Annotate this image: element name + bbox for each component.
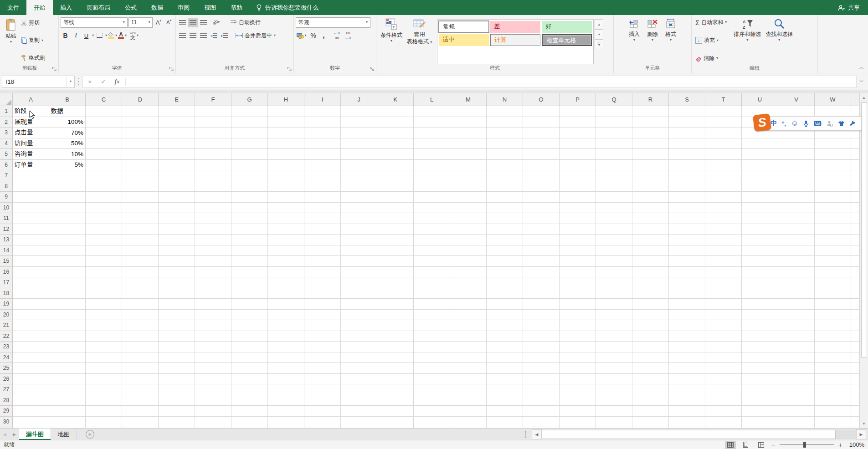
style-chip-neutral[interactable]: 适中 bbox=[439, 34, 489, 46]
cell-B28[interactable] bbox=[49, 395, 86, 406]
zoom-slider-thumb[interactable] bbox=[803, 442, 806, 448]
cell-T29[interactable] bbox=[705, 406, 742, 417]
cell-J11[interactable] bbox=[341, 213, 377, 224]
cell-C15[interactable] bbox=[86, 256, 122, 267]
style-chip-check[interactable]: 检查单元格 bbox=[542, 34, 592, 46]
sheet-nav-right-button[interactable]: ▶ bbox=[10, 429, 19, 440]
row-header-10[interactable]: 10 bbox=[0, 203, 13, 214]
cell-N26[interactable] bbox=[487, 374, 523, 385]
cell-E30[interactable] bbox=[159, 417, 195, 428]
cell-S20[interactable] bbox=[669, 310, 705, 321]
select-all-corner[interactable] bbox=[0, 93, 13, 106]
cell-E25[interactable] bbox=[159, 363, 195, 374]
cell-B17[interactable] bbox=[49, 277, 86, 288]
cell-Q20[interactable] bbox=[596, 310, 632, 321]
cell-M8[interactable] bbox=[450, 181, 487, 192]
cell-F24[interactable] bbox=[195, 352, 231, 363]
borders-button[interactable] bbox=[95, 31, 104, 41]
cell-B21[interactable] bbox=[49, 320, 86, 331]
cell-F26[interactable] bbox=[195, 374, 231, 385]
cell-G11[interactable] bbox=[231, 213, 268, 224]
cell-I6[interactable] bbox=[304, 160, 341, 171]
cell-A9[interactable] bbox=[13, 192, 49, 203]
cell-I29[interactable] bbox=[304, 406, 341, 417]
cell-partial-28[interactable] bbox=[851, 395, 859, 406]
autosum-button[interactable]: Σ 自动求和 bbox=[693, 17, 729, 27]
cell-T11[interactable] bbox=[705, 213, 742, 224]
cell-R9[interactable] bbox=[632, 192, 669, 203]
cell-G22[interactable] bbox=[231, 331, 268, 342]
cell-Q6[interactable] bbox=[596, 160, 632, 171]
cell-F19[interactable] bbox=[195, 299, 231, 310]
cell-J18[interactable] bbox=[341, 288, 377, 299]
cell-N17[interactable] bbox=[487, 277, 523, 288]
cell-V4[interactable] bbox=[778, 138, 815, 149]
cell-L11[interactable] bbox=[414, 213, 450, 224]
cell-S29[interactable] bbox=[669, 406, 705, 417]
cell-E2[interactable] bbox=[159, 117, 195, 128]
cell-F1[interactable] bbox=[195, 106, 231, 117]
cell-R30[interactable] bbox=[632, 417, 669, 428]
cell-partial-13[interactable] bbox=[851, 235, 859, 245]
cell-W12[interactable] bbox=[815, 224, 851, 235]
cell-P19[interactable] bbox=[560, 299, 596, 310]
cell-I24[interactable] bbox=[304, 352, 341, 363]
cell-O22[interactable] bbox=[523, 331, 560, 342]
cell-N21[interactable] bbox=[487, 320, 523, 331]
cell-W4[interactable] bbox=[815, 138, 851, 149]
cell-I1[interactable] bbox=[304, 106, 341, 117]
gallery-scroll-up-button[interactable]: ▴ bbox=[595, 19, 603, 29]
cell-V14[interactable] bbox=[778, 245, 815, 256]
cell-N16[interactable] bbox=[487, 267, 523, 278]
cell-K9[interactable] bbox=[377, 192, 414, 203]
cell-A23[interactable] bbox=[13, 342, 49, 352]
cell-Q2[interactable] bbox=[596, 117, 632, 128]
cell-N29[interactable] bbox=[487, 406, 523, 417]
cell-H6[interactable] bbox=[268, 160, 304, 171]
cell-F27[interactable] bbox=[195, 384, 231, 395]
cell-V11[interactable] bbox=[778, 213, 815, 224]
cell-D24[interactable] bbox=[122, 352, 159, 363]
cell-T22[interactable] bbox=[705, 331, 742, 342]
cell-U10[interactable] bbox=[742, 203, 778, 214]
cell-N18[interactable] bbox=[487, 288, 523, 299]
cell-D18[interactable] bbox=[122, 288, 159, 299]
cell-C25[interactable] bbox=[86, 363, 122, 374]
cell-H9[interactable] bbox=[268, 192, 304, 203]
cell-W14[interactable] bbox=[815, 245, 851, 256]
cell-E1[interactable] bbox=[159, 106, 195, 117]
cell-F25[interactable] bbox=[195, 363, 231, 374]
delete-cells-button[interactable]: 删除 bbox=[644, 16, 661, 64]
cell-L25[interactable] bbox=[414, 363, 450, 374]
col-header-L[interactable]: L bbox=[414, 93, 450, 106]
cell-E8[interactable] bbox=[159, 181, 195, 192]
cell-K19[interactable] bbox=[377, 299, 414, 310]
tab-scroll-splitter[interactable] bbox=[525, 431, 526, 438]
cell-O31[interactable] bbox=[523, 427, 560, 428]
cell-P11[interactable] bbox=[560, 213, 596, 224]
cell-B30[interactable] bbox=[49, 417, 86, 428]
cell-C20[interactable] bbox=[86, 310, 122, 321]
cell-B22[interactable] bbox=[49, 331, 86, 342]
col-header-A[interactable]: A bbox=[13, 93, 49, 106]
zoom-out-button[interactable]: − bbox=[771, 442, 775, 448]
row-header-12[interactable]: 12 bbox=[0, 224, 13, 235]
cell-R10[interactable] bbox=[632, 203, 669, 214]
merge-center-button[interactable]: 合并后居中 bbox=[234, 31, 277, 41]
cell-C9[interactable] bbox=[86, 192, 122, 203]
cell-R3[interactable] bbox=[632, 128, 669, 138]
cell-T18[interactable] bbox=[705, 288, 742, 299]
row-header-16[interactable]: 16 bbox=[0, 267, 13, 278]
cell-E23[interactable] bbox=[159, 342, 195, 352]
cell-P28[interactable] bbox=[560, 395, 596, 406]
cell-K4[interactable] bbox=[377, 138, 414, 149]
cell-D31[interactable] bbox=[122, 427, 159, 428]
cell-H10[interactable] bbox=[268, 203, 304, 214]
cell-P3[interactable] bbox=[560, 128, 596, 138]
cell-Q8[interactable] bbox=[596, 181, 632, 192]
name-box-caret-icon[interactable] bbox=[67, 76, 74, 87]
cell-V12[interactable] bbox=[778, 224, 815, 235]
cell-N20[interactable] bbox=[487, 310, 523, 321]
cell-V31[interactable] bbox=[778, 427, 815, 428]
cell-M25[interactable] bbox=[450, 363, 487, 374]
